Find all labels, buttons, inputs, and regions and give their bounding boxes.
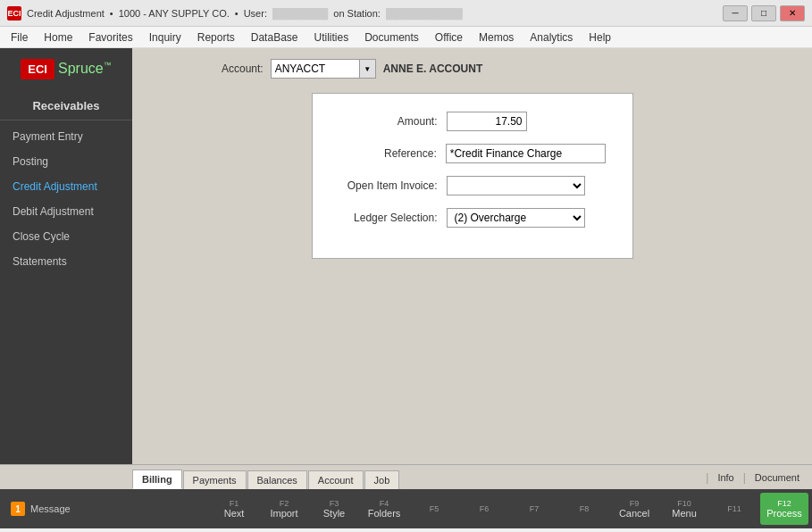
menu-help[interactable]: Help bbox=[582, 29, 618, 46]
station-label: on Station: bbox=[333, 8, 381, 19]
logo-brand: ECI bbox=[21, 59, 54, 79]
logo-area: ECI Spruce™ bbox=[0, 48, 132, 90]
ledger-label: Ledger Selection: bbox=[339, 212, 447, 224]
message-text: Message bbox=[30, 503, 71, 514]
message-badge: 1 bbox=[11, 502, 25, 516]
account-label: Account: bbox=[222, 62, 264, 75]
ledger-select-wrapper: (2) Overcharge bbox=[447, 208, 585, 228]
title-text: Credit Adjustment bbox=[27, 8, 105, 19]
message-area: 1 Message bbox=[4, 502, 78, 516]
f7-button[interactable]: F7 bbox=[510, 493, 558, 525]
sidebar: ECI Spruce™ Receivables Payment Entry Po… bbox=[0, 48, 132, 464]
title-bar: ECI Credit Adjustment • 1000 - ANY SUPPL… bbox=[0, 0, 812, 27]
menu-utilities[interactable]: Utilities bbox=[306, 29, 356, 46]
window-controls[interactable]: ─ □ ✕ bbox=[723, 5, 805, 21]
open-item-row: Open Item Invoice: bbox=[339, 176, 606, 195]
sidebar-item-statements[interactable]: Statements bbox=[0, 249, 132, 274]
tab-payments[interactable]: Payments bbox=[183, 470, 247, 489]
station: ███████████ bbox=[386, 8, 463, 19]
menu-home[interactable]: Home bbox=[37, 29, 80, 46]
f9-button[interactable]: F9 Cancel bbox=[610, 493, 658, 525]
menu-memos[interactable]: Memos bbox=[472, 29, 521, 46]
account-name: ANNE E. ACCOUNT bbox=[383, 62, 483, 75]
sidebar-item-close-cycle[interactable]: Close Cycle bbox=[0, 224, 132, 249]
menu-database[interactable]: DataBase bbox=[244, 29, 306, 46]
info-button[interactable]: Info bbox=[712, 472, 739, 483]
menu-favorites[interactable]: Favorites bbox=[81, 29, 139, 46]
reference-label: Reference: bbox=[339, 147, 446, 160]
f2-button[interactable]: F2 Import bbox=[260, 493, 308, 525]
form-box: Amount: Reference: Open Item Invoice: Le… bbox=[312, 93, 633, 259]
sidebar-item-payment-entry[interactable]: Payment Entry bbox=[0, 124, 132, 149]
username: ████████ bbox=[272, 8, 328, 19]
sidebar-nav: Payment Entry Posting Credit Adjustment … bbox=[0, 121, 132, 278]
tab-right-buttons: | Info | Document bbox=[706, 465, 812, 489]
ledger-row: Ledger Selection: (2) Overcharge bbox=[339, 208, 606, 228]
sidebar-item-posting[interactable]: Posting bbox=[0, 149, 132, 174]
document-button[interactable]: Document bbox=[749, 472, 805, 483]
menu-inquiry[interactable]: Inquiry bbox=[142, 29, 188, 46]
main-layout: ECI Spruce™ Receivables Payment Entry Po… bbox=[0, 48, 812, 464]
title-bar-info: ECI Credit Adjustment • 1000 - ANY SUPPL… bbox=[7, 6, 463, 21]
menu-file[interactable]: File bbox=[4, 29, 35, 46]
company-text: 1000 - ANY SUPPLY CO. bbox=[119, 8, 230, 19]
close-button[interactable]: ✕ bbox=[780, 5, 805, 21]
ledger-select[interactable]: (2) Overcharge bbox=[447, 208, 585, 228]
tab-balances[interactable]: Balances bbox=[247, 470, 307, 489]
app-icon: ECI bbox=[7, 6, 21, 21]
minimize-button[interactable]: ─ bbox=[723, 5, 748, 21]
f4-button[interactable]: F4 Folders bbox=[360, 493, 408, 525]
account-select-wrapper: ▼ bbox=[271, 59, 376, 79]
bottom-tabs-bar: Billing Payments Balances Account Job | … bbox=[0, 464, 812, 489]
sidebar-section-title: Receivables bbox=[0, 90, 132, 121]
amount-label: Amount: bbox=[339, 115, 447, 128]
content-area: Account: ▼ ANNE E. ACCOUNT Amount: Refer… bbox=[132, 48, 812, 464]
menu-analytics[interactable]: Analytics bbox=[523, 29, 580, 46]
f3-button[interactable]: F3 Style bbox=[310, 493, 358, 525]
open-item-select[interactable] bbox=[447, 176, 585, 195]
f10-button[interactable]: F10 Menu bbox=[660, 493, 708, 525]
sidebar-item-debit-adjustment[interactable]: Debit Adjustment bbox=[0, 199, 132, 224]
amount-row: Amount: bbox=[339, 112, 606, 131]
f8-button[interactable]: F8 bbox=[560, 493, 608, 525]
account-row: Account: ▼ ANNE E. ACCOUNT bbox=[150, 59, 794, 79]
menu-reports[interactable]: Reports bbox=[190, 29, 242, 46]
tab-job[interactable]: Job bbox=[364, 470, 400, 489]
account-input[interactable] bbox=[271, 59, 360, 79]
tab-billing[interactable]: Billing bbox=[132, 470, 182, 489]
reference-row: Reference: bbox=[339, 144, 606, 163]
fkey-bar: 1 Message F1 Next F2 Import F3 Style F4 … bbox=[0, 489, 812, 528]
menu-bar: File Home Favorites Inquiry Reports Data… bbox=[0, 27, 812, 48]
f1-button[interactable]: F1 Next bbox=[210, 493, 258, 525]
user-label: User: bbox=[244, 8, 267, 19]
menu-office[interactable]: Office bbox=[428, 29, 470, 46]
reference-input[interactable] bbox=[446, 144, 606, 163]
sidebar-item-credit-adjustment[interactable]: Credit Adjustment bbox=[0, 174, 132, 199]
logo-name: Spruce™ bbox=[58, 61, 112, 77]
open-item-select-wrapper bbox=[447, 176, 585, 195]
open-item-label: Open Item Invoice: bbox=[339, 179, 447, 192]
amount-input[interactable] bbox=[447, 112, 527, 131]
account-dropdown-button[interactable]: ▼ bbox=[360, 59, 376, 79]
f11-button[interactable]: F11 bbox=[710, 493, 758, 525]
menu-documents[interactable]: Documents bbox=[357, 29, 426, 46]
maximize-button[interactable]: □ bbox=[751, 5, 776, 21]
f5-button[interactable]: F5 bbox=[410, 493, 458, 525]
f12-button[interactable]: F12 Process bbox=[760, 493, 808, 525]
tab-account[interactable]: Account bbox=[308, 470, 364, 489]
f6-button[interactable]: F6 bbox=[460, 493, 508, 525]
